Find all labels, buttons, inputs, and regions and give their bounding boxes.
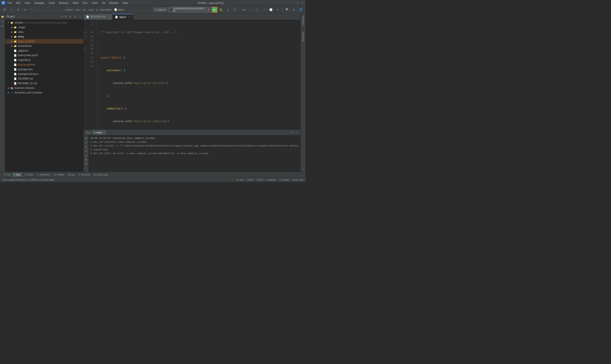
status-tab-log[interactable]: ≣ Log <box>66 172 76 177</box>
tree-item-external-libraries[interactable]: ▶ 📚 External Libraries <box>5 86 83 90</box>
tree-item-screenshots[interactable]: ▶ 📁 screenshots <box>5 44 83 48</box>
toolbar-settings-btn[interactable]: ⚙ <box>22 7 28 13</box>
bottom-panel-settings-btn[interactable]: ⚙ <box>290 130 294 134</box>
status-indent[interactable]: 4 spaces <box>266 178 277 182</box>
status-tab-terminal[interactable]: ▷ Terminal <box>77 172 92 177</box>
tree-item-package-json[interactable]: ▶ 📄 package.json <box>5 67 83 72</box>
status-tab-problems[interactable]: ⚠ Problems <box>35 172 52 177</box>
fold-btn-16[interactable]: − <box>84 35 86 38</box>
tree-item-package-lock[interactable]: ▶ 📄 package-lock.json <box>5 72 83 76</box>
menu-tools[interactable]: Tools <box>90 1 99 5</box>
toolbar-expand-btn[interactable]: ⊞ <box>15 7 21 13</box>
status-sync-msg[interactable]: Sync project finished in 1 s 999 ms (a m… <box>2 179 55 181</box>
toolbar-debug-btn[interactable]: 🐛 <box>218 7 224 13</box>
tree-item-local-properties[interactable]: ▶ 📄 local.properties <box>5 62 83 67</box>
tree-item-hvigor[interactable]: ▶ 📁 .hvigor <box>5 25 83 30</box>
menu-help[interactable]: Help <box>121 1 130 5</box>
breadcrumb-entry[interactable]: entry <box>75 9 80 11</box>
run-print-btn[interactable]: 🖨 <box>84 157 88 161</box>
tab-readme[interactable]: 📄 README.md ✕ <box>84 14 112 20</box>
panel-expand-all-btn[interactable]: ⊞ <box>64 15 68 18</box>
previewer-btn[interactable]: Previewer <box>302 14 305 26</box>
panel-settings-btn[interactable]: ⚙ <box>73 15 77 18</box>
status-event-log[interactable]: Event Log <box>292 178 304 182</box>
fold-btn-15[interactable]: − <box>84 31 86 34</box>
fold-btn-19[interactable]: − <box>84 48 86 51</box>
minimize-button[interactable]: — <box>292 1 294 4</box>
toolbar-settings2-btn[interactable]: ⚙ <box>291 7 297 13</box>
toolbar-git-check-btn[interactable]: ✓ <box>248 7 253 13</box>
run-rerun-btn[interactable]: ↺ <box>84 141 88 144</box>
run-stop-btn[interactable]: ■ <box>84 145 88 149</box>
toolbar-git-tick-btn[interactable]: ✔ <box>254 7 260 13</box>
menu-code[interactable]: Code <box>47 1 56 5</box>
tree-item-readme[interactable]: ▶ 📄 README.md <box>5 76 83 81</box>
sidebar-commit-icon[interactable]: ⎇ <box>0 19 5 23</box>
menu-git[interactable]: Git <box>100 1 107 5</box>
tree-item-jsvideo[interactable]: ▼ 📁 JsVideo C:\Users\qinyunti\DevEcoStud… <box>5 20 83 25</box>
run-button[interactable]: ▶ <box>212 7 217 13</box>
toolbar-search-btn[interactable]: 🔍 <box>284 7 290 13</box>
appjs-tab-close[interactable]: ✕ <box>127 15 130 18</box>
menu-run[interactable]: Run <box>81 1 89 5</box>
infocenter-btn[interactable]: InfoCenter <box>302 30 305 43</box>
menu-view[interactable]: View <box>23 1 32 5</box>
breadcrumb-mainability[interactable]: MainAbility <box>100 9 112 11</box>
tree-item-hvigorfile[interactable]: ▶ 📄 hvigorfile.js <box>5 58 83 62</box>
maximize-button[interactable]: □ <box>296 1 299 4</box>
toolbar-account-btn[interactable]: 👤 <box>298 7 304 13</box>
status-tab-git[interactable]: ⎇ Git <box>2 172 12 177</box>
run-config-selector[interactable]: ▶ entry ▾ <box>154 8 167 12</box>
status-branch[interactable]: ⎇ master <box>278 178 290 182</box>
close-button[interactable]: ✕ <box>301 1 304 4</box>
status-tab-profiler[interactable]: ◎ Profiler <box>52 172 66 177</box>
entry-tab-close[interactable]: ✕ <box>103 131 104 134</box>
tree-item-idea[interactable]: ▶ 📁 .idea <box>5 30 83 34</box>
run-play-btn[interactable]: ▶ <box>84 136 88 140</box>
menu-build[interactable]: Build <box>71 1 80 5</box>
tree-item-readme-zh[interactable]: ▶ 📄 README_zh.md <box>5 81 83 86</box>
bottom-panel-minimize-btn[interactable]: − <box>295 130 299 134</box>
tree-item-entry[interactable]: ▶ 📁 entry <box>5 34 83 39</box>
menu-navigate[interactable]: Navigate <box>33 1 46 5</box>
tab-appjs[interactable]: 📄 app.js ✕ <box>112 14 133 20</box>
device-selector[interactable]: 📱 2c010f534553325332101000063559​00 ▾ <box>168 7 211 13</box>
status-tab-todo[interactable]: ≡ TODO <box>23 172 35 177</box>
status-position[interactable]: 23:1 <box>239 178 245 182</box>
toolbar-attach-btn[interactable]: ⊕ <box>232 7 238 13</box>
readme-tab-close[interactable]: ✕ <box>107 15 110 18</box>
status-tab-code-linter[interactable]: ◈ Code Linter <box>92 172 110 177</box>
toolbar-git-push-btn[interactable]: ↑ <box>261 7 267 13</box>
breadcrumb-src[interactable]: src <box>83 9 86 11</box>
breadcrumb-jsvideo[interactable]: JsVideo <box>65 9 73 11</box>
run-softrap-btn[interactable]: ↵ <box>84 153 88 157</box>
menu-edit[interactable]: Edit <box>14 1 22 5</box>
menu-window[interactable]: Window <box>107 1 120 5</box>
sidebar-run-icon[interactable]: ▶ <box>0 24 5 28</box>
toolbar-layout-btn[interactable]: ☰ <box>2 7 8 13</box>
breadcrumb-appjs[interactable]: 📄 app.js <box>114 8 124 11</box>
toolbar-rollback-btn[interactable]: ↩ <box>275 7 281 13</box>
run-trash-btn[interactable]: 🗑 <box>84 162 88 166</box>
tree-item-gitignore[interactable]: ▶ 📄 .gitignore <box>5 48 83 53</box>
status-line-ending[interactable]: CRLF <box>246 178 254 182</box>
menu-refactor[interactable]: Refactor <box>57 1 70 5</box>
run-scroll-btn[interactable]: ≡ <box>84 149 88 153</box>
tree-item-build-profile[interactable]: ▶ 📄 build-profile.json5 <box>5 53 83 58</box>
tree-item-node-modules[interactable]: ▶ 📁 node_modules <box>5 39 83 44</box>
tree-item-scratches[interactable]: ▶ ✏ Scratches and Consoles <box>5 90 83 95</box>
menu-file[interactable]: File <box>6 1 13 5</box>
status-tab-run[interactable]: ▶ Run <box>12 172 22 177</box>
status-encoding[interactable]: UTF-8 <box>256 178 264 182</box>
toolbar-profile-btn[interactable]: ◎ <box>225 7 231 13</box>
breadcrumb-main[interactable]: main <box>89 9 94 11</box>
panel-close-btn[interactable]: − <box>78 15 82 18</box>
toolbar-history-btn[interactable]: 🕐 <box>268 7 274 13</box>
code-editor[interactable]: − − − 1 15 16 17 <box>84 20 300 129</box>
breadcrumb-js[interactable]: js <box>96 9 98 11</box>
code-content[interactable]: /* Copyright (c) 2021 Huawei Device Co.,… <box>97 20 300 129</box>
panel-collapse-all-btn[interactable]: ⊟ <box>68 15 72 18</box>
toolbar-minus-btn[interactable]: − <box>29 7 35 13</box>
bottom-tab-entry[interactable]: ▶ entry ✕ <box>92 130 106 135</box>
toolbar-collapse-btn[interactable]: ↕ <box>9 7 14 13</box>
